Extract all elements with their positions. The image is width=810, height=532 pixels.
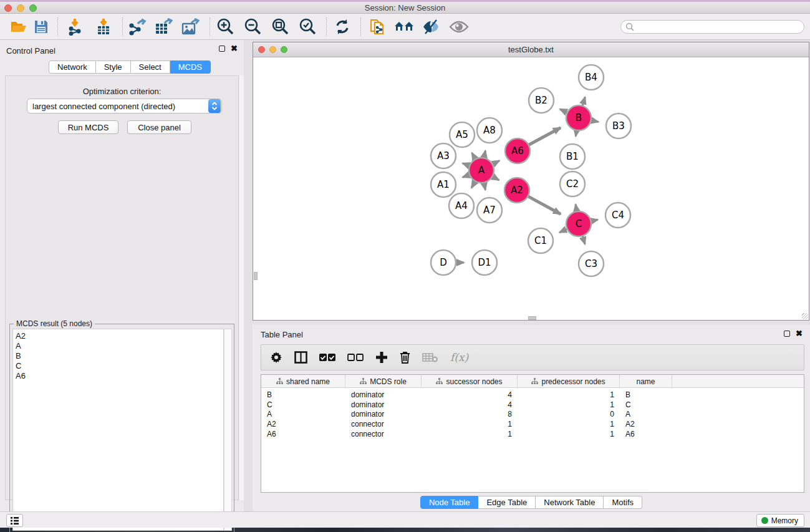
optimization-criterion-select[interactable]: largest connected component (directed): [27, 99, 222, 114]
edge-A6-B[interactable]: [529, 128, 561, 145]
edge-A-A1[interactable]: [463, 175, 470, 177]
memory-button[interactable]: Memory: [756, 514, 804, 527]
node-C[interactable]: C: [566, 211, 591, 236]
save-session-icon[interactable]: [31, 17, 51, 37]
tab-network-table[interactable]: Network Table: [536, 496, 604, 509]
result-list-scrollbar[interactable]: [224, 329, 232, 531]
network-zoom-button[interactable]: [281, 46, 287, 53]
column-header-predecessor-nodes[interactable]: predecessor nodes: [518, 375, 620, 388]
zoom-fit-icon[interactable]: [270, 17, 290, 37]
column-chooser-icon[interactable]: [294, 351, 307, 364]
node-A5[interactable]: A5: [450, 122, 475, 147]
tab-select[interactable]: Select: [131, 60, 170, 74]
control-panel-scrollbar[interactable]: [239, 75, 244, 500]
import-table-icon[interactable]: [94, 17, 113, 37]
node-A[interactable]: A: [469, 158, 494, 183]
node-B1[interactable]: B1: [560, 144, 585, 169]
network-resize-grip[interactable]: [802, 313, 808, 319]
edge-B-B2[interactable]: [560, 109, 567, 113]
import-network-icon[interactable]: [65, 17, 85, 37]
edge-A-A5[interactable]: [472, 153, 476, 159]
edge-A-A2[interactable]: [492, 177, 499, 180]
first-neighbors-icon[interactable]: [394, 17, 414, 37]
edge-A-A3[interactable]: [463, 163, 470, 166]
column-header-MCDS-role[interactable]: MCDS role: [345, 375, 422, 388]
settings-gear-icon[interactable]: [270, 351, 282, 364]
show-details-icon[interactable]: [449, 17, 469, 37]
network-graph[interactable]: B4B2BB3A8A5A6A3B1AA1C2A2A4A7C4CC1C3DD1: [253, 57, 809, 320]
open-file-icon[interactable]: [9, 17, 29, 37]
node-A3[interactable]: A3: [431, 143, 456, 168]
task-history-button[interactable]: [6, 514, 23, 527]
network-window-titlebar[interactable]: testGlobe.txt: [253, 42, 809, 57]
edge-A-A6[interactable]: [493, 161, 499, 165]
function-builder-icon[interactable]: f(x): [450, 351, 468, 364]
table-row-A[interactable]: Adominator80A: [261, 409, 804, 419]
edge-A-A8[interactable]: [484, 150, 485, 158]
zoom-in-icon[interactable]: [215, 17, 235, 37]
float-panel-icon[interactable]: [784, 331, 790, 337]
run-mcds-button[interactable]: Run MCDS: [58, 120, 118, 134]
edge-A-A4[interactable]: [471, 181, 475, 188]
export-image-icon[interactable]: [180, 17, 200, 37]
node-C1[interactable]: C1: [528, 228, 553, 253]
node-D1[interactable]: D1: [472, 250, 497, 275]
close-panel-button[interactable]: Close panel: [127, 120, 191, 134]
network-minimize-button[interactable]: [269, 46, 276, 53]
edge-C-C3[interactable]: [582, 236, 585, 244]
export-network-icon[interactable]: [127, 17, 147, 37]
network-vertical-scrollbar[interactable]: [254, 272, 258, 280]
deselect-all-icon[interactable]: [347, 353, 364, 362]
result-item[interactable]: C: [16, 361, 223, 371]
node-A6[interactable]: A6: [505, 138, 530, 163]
edge-A2-C[interactable]: [528, 196, 561, 215]
node-A8[interactable]: A8: [477, 118, 502, 143]
delete-column-icon[interactable]: [400, 351, 410, 364]
zoom-window-button[interactable]: [29, 4, 37, 12]
edge-A-A7[interactable]: [484, 183, 485, 190]
search-input[interactable]: [620, 20, 804, 34]
node-table[interactable]: shared nameMCDS rolesuccessor nodesprede…: [261, 374, 804, 493]
node-B3[interactable]: B3: [606, 114, 631, 138]
edge-B-B3[interactable]: [591, 120, 599, 122]
close-window-button[interactable]: [4, 4, 12, 12]
tab-motifs[interactable]: Motifs: [604, 496, 642, 509]
node-B[interactable]: B: [566, 105, 591, 130]
edge-B-B1[interactable]: [576, 130, 577, 137]
duplicate-network-icon[interactable]: [368, 17, 388, 37]
result-item[interactable]: B: [16, 351, 223, 361]
node-C2[interactable]: C2: [560, 172, 585, 196]
edge-C-C1[interactable]: [559, 229, 567, 233]
table-row-A6[interactable]: A6connector11A6: [261, 429, 804, 439]
delete-table-icon[interactable]: [422, 352, 438, 362]
add-column-icon[interactable]: [375, 351, 388, 364]
network-canvas[interactable]: B4B2BB3A8A5A6A3B1AA1C2A2A4A7C4CC1C3DD1: [253, 57, 809, 320]
result-item[interactable]: A6: [16, 371, 223, 381]
edge-C-C4[interactable]: [591, 220, 598, 221]
table-row-C[interactable]: Cdominator41C: [261, 400, 804, 410]
node-A2[interactable]: A2: [504, 178, 529, 203]
edge-C-C2[interactable]: [576, 205, 577, 212]
result-item[interactable]: A: [16, 341, 223, 351]
refresh-icon[interactable]: [332, 17, 352, 37]
tab-node-table[interactable]: Node Table: [420, 496, 479, 509]
table-row-A2[interactable]: A2connector11A2: [261, 419, 804, 429]
table-row-B[interactable]: Bdominator41B: [261, 390, 804, 400]
tab-edge-table[interactable]: Edge Table: [478, 496, 536, 509]
float-panel-icon[interactable]: [219, 46, 225, 52]
minimize-window-button[interactable]: [17, 4, 24, 12]
select-all-icon[interactable]: [319, 353, 335, 362]
tab-mcds[interactable]: MCDS: [170, 60, 211, 74]
zoom-selected-icon[interactable]: [297, 17, 317, 37]
result-item[interactable]: A2: [16, 331, 223, 341]
mcds-result-list[interactable]: A2ABCA6: [12, 329, 224, 531]
close-panel-icon[interactable]: ✖: [796, 331, 803, 337]
tab-style[interactable]: Style: [96, 60, 131, 74]
hide-details-icon[interactable]: [421, 17, 441, 37]
zoom-out-icon[interactable]: [243, 17, 263, 37]
close-panel-icon[interactable]: ✖: [231, 46, 238, 52]
network-close-button[interactable]: [258, 46, 265, 53]
node-A1[interactable]: A1: [431, 172, 456, 197]
column-header-shared-name[interactable]: shared name: [261, 375, 345, 388]
node-C4[interactable]: C4: [605, 203, 630, 228]
